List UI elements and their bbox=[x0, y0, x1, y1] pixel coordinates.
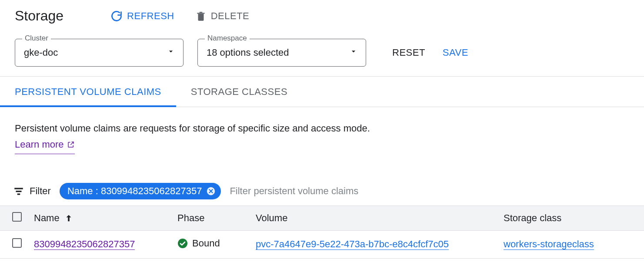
col-storageclass-label[interactable]: Storage class bbox=[497, 206, 644, 231]
phase-cell: Bound bbox=[177, 238, 220, 249]
svg-rect-1 bbox=[16, 191, 22, 192]
svg-point-4 bbox=[178, 239, 187, 248]
select-all-checkbox[interactable] bbox=[12, 212, 22, 222]
close-icon[interactable] bbox=[206, 186, 216, 196]
reset-button[interactable]: RESET bbox=[390, 44, 427, 62]
col-name-label[interactable]: Name bbox=[34, 212, 60, 224]
tab-storage-classes[interactable]: STORAGE CLASSES bbox=[176, 77, 302, 107]
learn-more-link[interactable]: Learn more bbox=[15, 136, 75, 154]
chevron-down-icon bbox=[349, 47, 358, 58]
delete-button[interactable]: DELETE bbox=[195, 10, 250, 22]
storageclass-link[interactable]: workers-storageclass bbox=[504, 239, 594, 250]
col-phase-label[interactable]: Phase bbox=[171, 206, 250, 231]
pvc-table: Name Phase Volume Storage class 83099482… bbox=[0, 206, 644, 259]
tab-pvc[interactable]: PERSISTENT VOLUME CLAIMS bbox=[0, 77, 176, 107]
filter-input[interactable] bbox=[230, 185, 631, 197]
table-header-row: Name Phase Volume Storage class bbox=[0, 206, 644, 231]
refresh-button[interactable]: REFRESH bbox=[110, 10, 174, 22]
phase-text: Bound bbox=[192, 238, 220, 249]
refresh-icon bbox=[110, 10, 123, 22]
svg-rect-0 bbox=[14, 188, 23, 189]
check-circle-icon bbox=[177, 238, 188, 249]
filter-chip[interactable]: Name : 8309948235062827357 bbox=[60, 183, 221, 199]
delete-label: DELETE bbox=[211, 10, 250, 22]
filter-icon bbox=[13, 185, 24, 197]
pvc-name-link[interactable]: 8309948235062827357 bbox=[34, 239, 135, 250]
filter-bar: Filter Name : 8309948235062827357 bbox=[0, 171, 644, 206]
external-link-icon bbox=[67, 141, 75, 148]
cluster-select[interactable]: Cluster gke-doc bbox=[15, 39, 184, 67]
description-text: Persistent volume claims are requests fo… bbox=[15, 120, 629, 136]
filter-label-wrap: Filter bbox=[13, 185, 51, 197]
chevron-down-icon bbox=[167, 47, 175, 58]
volume-link[interactable]: pvc-7a4647e9-5e22-473a-b7bc-e8c4cfcf7c05 bbox=[256, 239, 449, 250]
filter-label: Filter bbox=[30, 185, 51, 197]
cluster-value: gke-doc bbox=[24, 47, 58, 58]
page-title: Storage bbox=[15, 8, 63, 24]
sort-asc-icon[interactable] bbox=[64, 213, 73, 223]
cluster-legend: Cluster bbox=[22, 34, 51, 43]
table-row: 8309948235062827357 Bound pvc-7a4647e9-5… bbox=[0, 230, 644, 258]
tabs: PERSISTENT VOLUME CLAIMS STORAGE CLASSES bbox=[0, 77, 644, 107]
refresh-label: REFRESH bbox=[127, 10, 174, 22]
filter-chip-text: Name : 8309948235062827357 bbox=[67, 185, 202, 197]
namespace-legend: Namespace bbox=[205, 34, 250, 43]
description-block: Persistent volume claims are requests fo… bbox=[0, 107, 644, 159]
svg-rect-2 bbox=[17, 193, 20, 195]
namespace-select[interactable]: Namespace 18 options selected bbox=[197, 39, 366, 67]
learn-more-label: Learn more bbox=[15, 136, 64, 152]
row-checkbox[interactable] bbox=[12, 238, 22, 248]
header: Storage REFRESH DELETE bbox=[0, 0, 644, 30]
trash-icon bbox=[195, 10, 207, 22]
col-volume-label[interactable]: Volume bbox=[250, 206, 497, 231]
selector-row: Cluster gke-doc Namespace 18 options sel… bbox=[0, 30, 644, 77]
save-button[interactable]: SAVE bbox=[441, 44, 470, 62]
namespace-value: 18 options selected bbox=[207, 47, 289, 58]
